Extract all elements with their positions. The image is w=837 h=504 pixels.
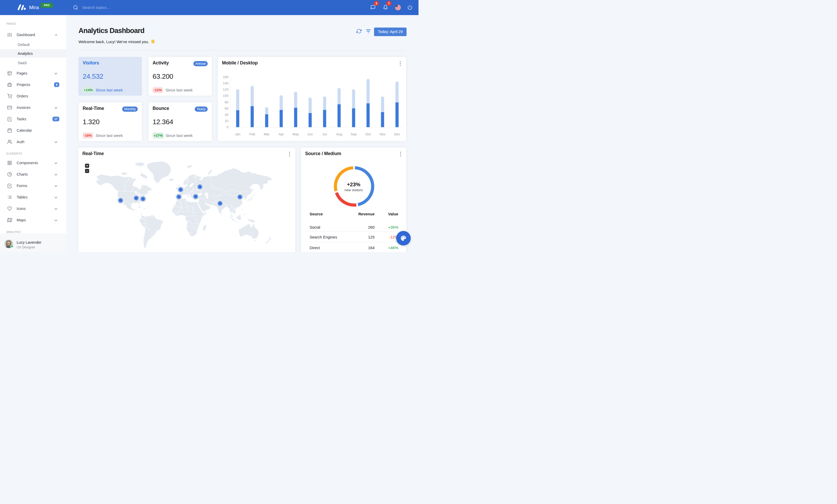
svg-text:160: 160 (223, 75, 229, 79)
svg-text:Dec: Dec (394, 132, 400, 136)
svg-text:May: May (292, 132, 299, 136)
svg-text:140: 140 (223, 81, 229, 85)
svg-text:20: 20 (225, 119, 229, 123)
svg-text:Sep: Sep (351, 132, 357, 136)
svg-text:Oct: Oct (366, 132, 371, 136)
svg-text:Mar: Mar (264, 132, 270, 136)
svg-text:60: 60 (225, 107, 229, 110)
svg-text:120: 120 (223, 88, 229, 91)
svg-text:0: 0 (227, 125, 229, 129)
svg-text:Apr: Apr (279, 132, 284, 136)
svg-text:Nov: Nov (379, 132, 386, 136)
svg-text:40: 40 (225, 113, 229, 117)
svg-text:Jul: Jul (322, 132, 327, 136)
svg-text:Jun: Jun (307, 132, 313, 136)
svg-text:Jan: Jan (235, 132, 241, 136)
svg-text:Aug: Aug (336, 132, 342, 136)
svg-text:Feb: Feb (249, 132, 255, 136)
svg-text:100: 100 (223, 94, 229, 98)
svg-text:80: 80 (225, 100, 229, 104)
